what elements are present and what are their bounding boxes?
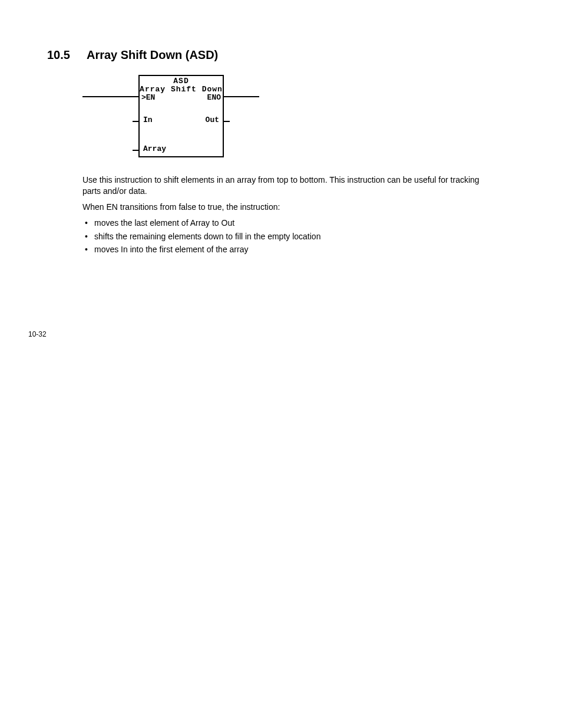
fb-name: Array Shift Down <box>140 85 223 94</box>
list-item: shifts the remaining elements down to fi… <box>82 231 495 242</box>
fb-en-label: >EN <box>141 93 155 102</box>
function-block-box: ASD Array Shift Down >EN ENO In Out Arra… <box>138 75 224 157</box>
section-title: Array Shift Down (ASD) <box>87 48 218 62</box>
function-block-diagram: ASD Array Shift Down >EN ENO In Out Arra… <box>82 75 515 160</box>
wire-array-tick <box>133 150 138 151</box>
paragraph: Use this instruction to shift elements i… <box>82 174 495 197</box>
list-item: moves the last element of Array to Out <box>82 218 495 229</box>
body-text: Use this instruction to shift elements i… <box>82 174 495 255</box>
wire-left <box>82 96 138 97</box>
fb-code: ASD <box>140 77 223 85</box>
wire-in-tick <box>133 121 138 122</box>
wire-right <box>224 96 259 97</box>
section-heading: 10.5 Array Shift Down (ASD) <box>47 48 515 62</box>
list-item: moves In into the first element of the a… <box>82 244 495 255</box>
paragraph: When EN transitions from false to true, … <box>82 202 495 213</box>
fb-in-label: In <box>143 116 153 124</box>
fb-eno-label: ENO <box>207 93 221 102</box>
bullet-list: moves the last element of Array to Out s… <box>82 218 495 256</box>
fb-array-label: Array <box>143 144 166 153</box>
fb-out-label: Out <box>206 116 219 124</box>
page-number: 10-32 <box>28 330 47 338</box>
section-number: 10.5 <box>47 48 70 62</box>
wire-out-tick <box>224 121 230 122</box>
